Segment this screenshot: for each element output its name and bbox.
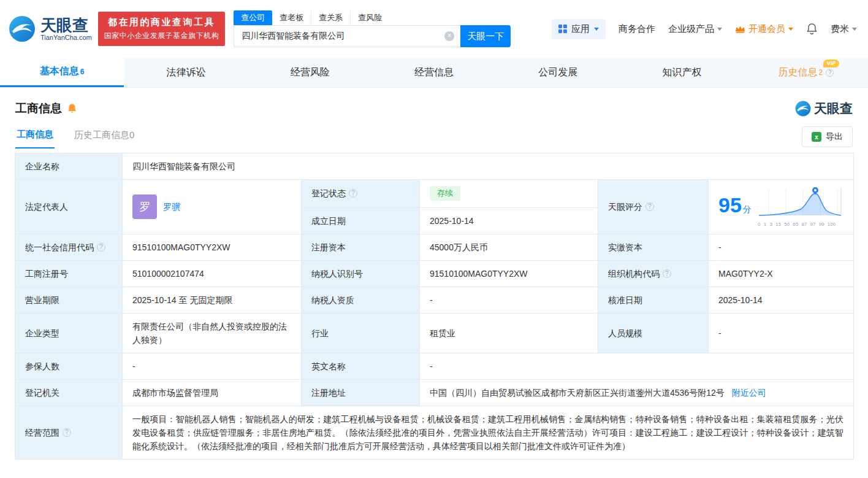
company-tabs: 基本信息 6 法律诉讼 经营风险 经营信息 公司发展 知识产权 VIP 历史信息… — [0, 58, 868, 88]
industry-value: 租赁业 — [420, 314, 598, 353]
export-button[interactable]: 导出 — [802, 126, 853, 147]
term-value: 2025-10-14 至 无固定期限 — [123, 287, 302, 314]
tab-intellectual-property[interactable]: 知识产权 — [620, 58, 744, 87]
tax-id-label: 纳税人识别号 — [302, 261, 420, 287]
help-icon[interactable] — [349, 189, 357, 198]
tab-label: 历史信息 — [778, 66, 817, 79]
credit-code-value: 91510100MAG0TYY2XW — [123, 234, 302, 261]
score-unit: 分 — [743, 204, 752, 214]
chevron-down-icon — [852, 28, 857, 31]
table-row: 企业名称 四川华西智能装备有限公司 — [15, 153, 854, 180]
apps-label: 应用 — [571, 23, 590, 35]
tab-history-info[interactable]: VIP 历史信息 2 — [744, 58, 868, 87]
enterprise-products-label: 企业级产品 — [668, 23, 714, 35]
legal-rep-cell: 罗 罗骥 — [123, 180, 302, 234]
tab-operating-info[interactable]: 经营信息 — [372, 58, 496, 87]
tab-legal-proceedings[interactable]: 法律诉讼 — [124, 58, 248, 87]
section-title: 工商信息 — [15, 101, 62, 117]
table-row: 统一社会信用代码 91510100MAG0TYY2XW 注册资本 45000万人… — [15, 234, 854, 261]
sub-tabs: 工商信息 历史工商信息0 导出 — [0, 120, 868, 148]
score-number: 95 — [718, 193, 742, 217]
search-block: 查公司 查老板 查关系 查风险 天眼一下 — [234, 10, 512, 47]
tab-basic-info[interactable]: 基本信息 6 — [0, 58, 124, 87]
tianyancha-eye-icon — [795, 101, 811, 117]
help-icon[interactable] — [63, 428, 71, 437]
watermark-brand-text: 天眼查 — [814, 100, 853, 117]
header-nav: 应用 商务合作 企业级产品 开通会员 费米 — [552, 19, 859, 39]
search-tab-relation[interactable]: 查关系 — [311, 10, 350, 25]
tab-label: 法律诉讼 — [166, 66, 205, 79]
reg-authority-label: 登记机关 — [15, 380, 123, 406]
apps-grid-icon — [558, 25, 567, 33]
section-head: 工商信息 天眼查 — [0, 88, 868, 120]
scope-value: 一般项目：智能机器人销售；智能机器人的研发；建筑工程机械与设备租赁；机械设备租赁… — [123, 406, 854, 460]
english-name-label: 英文名称 — [302, 353, 420, 380]
staff-scale-value: - — [709, 314, 854, 353]
paid-capital-label: 实缴资本 — [598, 234, 709, 261]
approval-date-label: 核准日期 — [598, 287, 709, 314]
subtab-business-info[interactable]: 工商信息 — [15, 125, 55, 148]
search-tab-company[interactable]: 查公司 — [234, 10, 272, 25]
reg-no-value: 510100002107474 — [123, 261, 302, 287]
notifications-bell-icon[interactable] — [806, 23, 818, 35]
open-vip-label: 开通会员 — [748, 23, 785, 35]
help-icon[interactable] — [645, 202, 654, 211]
nav-open-vip[interactable]: 开通会员 — [735, 23, 793, 35]
search-tab-risk[interactable]: 查风险 — [350, 10, 389, 25]
slogan-line2: 国家中小企业发展子基金旗下机构 — [104, 31, 219, 41]
nav-business-cooperation[interactable]: 商务合作 — [619, 23, 655, 35]
help-icon[interactable] — [663, 269, 671, 278]
legal-rep-label: 法定代表人 — [15, 180, 123, 234]
english-name-value: - — [420, 353, 854, 380]
tab-company-development[interactable]: 公司发展 — [496, 58, 620, 87]
status-badge: 存续 — [430, 186, 460, 201]
nearby-companies-link[interactable]: 附近公司 — [732, 388, 766, 398]
company-type-label: 企业类型 — [15, 314, 123, 353]
tax-id-value: 91510100MAG0TYY2XW — [420, 261, 598, 287]
search-tabs: 查公司 查老板 查关系 查风险 — [234, 10, 512, 25]
scope-label: 经营范围 — [15, 406, 123, 460]
tab-count: 6 — [80, 67, 85, 76]
reg-status-value: 存续 — [420, 180, 598, 208]
search-input[interactable] — [234, 25, 460, 47]
reg-status-label-text: 登记状态 — [311, 187, 346, 200]
help-icon[interactable] — [97, 243, 105, 252]
est-date-value: 2025-10-14 — [420, 207, 598, 234]
search-button[interactable]: 天眼一下 — [460, 25, 511, 47]
tab-label: 经营信息 — [414, 66, 454, 79]
search-bar: 天眼一下 — [234, 25, 512, 47]
business-info-table: 企业名称 四川华西智能装备有限公司 法定代表人 罗 罗骥 登记状态 存续 — [15, 153, 854, 460]
apps-menu[interactable]: 应用 — [552, 19, 606, 39]
paid-capital-value: - — [709, 234, 854, 261]
table-row: 法定代表人 罗 罗骥 登记状态 存续 天眼评分 — [15, 180, 854, 208]
org-code-label: 组织机构代码 — [598, 261, 709, 287]
business-info-section: 工商信息 天眼查 工商信息 历史工商信息0 导出 — [0, 88, 868, 460]
address-value: 中国（四川）自由贸易试验区成都市天府新区正兴街道蓥州大道4536号附12号附近公… — [420, 380, 854, 406]
table-row: 工商注册号 510100002107474 纳税人识别号 91510100MAG… — [15, 261, 854, 287]
tab-operating-risk[interactable]: 经营风险 — [248, 58, 372, 87]
score-chart: 0 1 3 15 50 65 87 97 99 100 — [758, 186, 843, 228]
score-axis-labels: 0 1 3 15 50 65 87 97 99 100 — [758, 222, 843, 228]
tab-label: 公司发展 — [538, 66, 577, 79]
tianyancha-logo[interactable]: 天眼查 TianYanCha.com — [9, 15, 92, 42]
subscribe-bell-icon[interactable] — [67, 103, 77, 114]
avatar[interactable]: 罗 — [132, 195, 157, 219]
score-label: 天眼评分 — [598, 180, 709, 234]
company-name-value: 四川华西智能装备有限公司 — [123, 153, 854, 180]
score-label-text: 天眼评分 — [608, 200, 642, 214]
legal-rep-link[interactable]: 罗骥 — [163, 200, 180, 214]
user-menu[interactable]: 费米 — [831, 23, 857, 35]
search-tab-boss[interactable]: 查老板 — [272, 10, 311, 25]
company-name-label: 企业名称 — [15, 153, 123, 180]
tab-label: 经营风险 — [291, 66, 330, 79]
address-text: 中国（四川）自由贸易试验区成都市天府新区正兴街道蓥州大道4536号附12号 — [430, 388, 725, 398]
staff-scale-label: 人员规模 — [598, 314, 709, 353]
nav-enterprise-products[interactable]: 企业级产品 — [668, 23, 722, 35]
logo-title: 天眼查 — [40, 17, 92, 34]
address-label: 注册地址 — [302, 380, 420, 406]
help-icon[interactable] — [826, 69, 834, 77]
industry-label: 行业 — [302, 314, 420, 353]
subtab-history-business-info[interactable]: 历史工商信息0 — [73, 126, 135, 148]
reg-capital-value: 45000万人民币 — [420, 234, 598, 261]
org-code-label-text: 组织机构代码 — [608, 267, 660, 280]
